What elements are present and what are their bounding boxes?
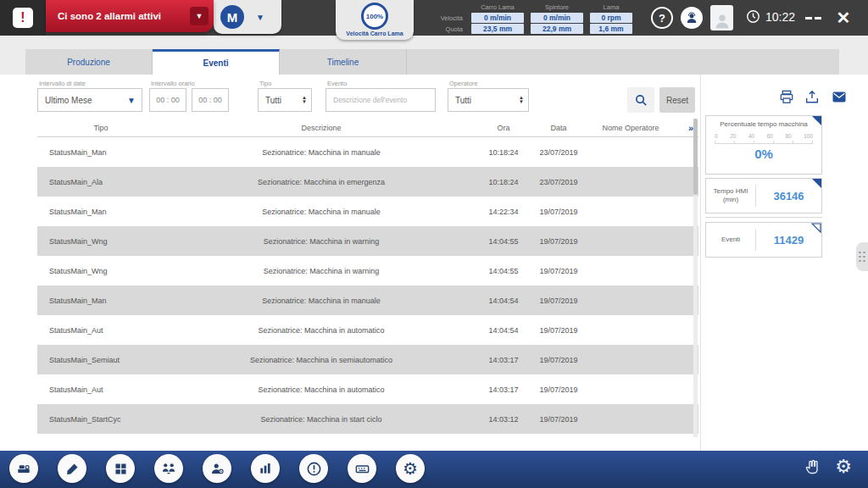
machine-icon (16, 461, 31, 476)
clock: 10:22 (746, 9, 795, 24)
cell-descrizione: Sezionatrice: Macchina in manuale (164, 208, 478, 216)
table-row[interactable]: StatusMain_Semiaut Sezionatrice: Macchin… (37, 345, 698, 374)
printer-icon (778, 89, 795, 105)
table-row[interactable]: StatusMain_StartCyc Sezionatrice: Macchi… (37, 404, 698, 434)
table-row[interactable]: StatusMain_Man Sezionatrice: Macchina in… (37, 197, 698, 226)
table-row[interactable]: StatusMain_Ala Sezionatrice: Macchina in… (37, 167, 698, 197)
events-count-card: Eventi 11429 (705, 222, 822, 258)
cell-tipo: StatusMain_Aut (37, 326, 164, 335)
scale-tick-label: 100 (804, 133, 813, 139)
cell-tipo: StatusMain_Aut (37, 385, 164, 394)
table-row[interactable]: StatusMain_Man Sezionatrice: Macchina in… (37, 137, 698, 167)
active-alarms-banner[interactable]: Ci sono 2 allarmi attivi ▼ (46, 0, 214, 32)
support-button[interactable] (681, 7, 703, 29)
close-button[interactable]: ✕ (831, 5, 856, 30)
touch-mode-button[interactable] (802, 456, 824, 478)
machine-panel-button[interactable] (348, 454, 376, 483)
col-header-data: Data (529, 124, 588, 132)
cell-ora: 14:22:34 (478, 208, 529, 216)
tab-zone: Produzione Eventi Timeline (0, 36, 868, 75)
time-from-input[interactable] (149, 88, 186, 112)
events-count-value: 11429 (756, 234, 821, 247)
cell-tipo: StatusMain_Ala (37, 178, 164, 186)
scale-tick-label: 40 (748, 133, 754, 139)
scale-tick-label: 0 (715, 133, 718, 139)
service-button[interactable]: ⚙ (396, 454, 425, 483)
table-row[interactable]: StatusMain_Aut Sezionatrice: Macchina in… (37, 374, 698, 404)
scrollbar-thumb[interactable] (693, 119, 698, 195)
panel-divider (700, 75, 701, 451)
evento-search-input[interactable] (326, 88, 436, 112)
metric-value: 1,6 mm (590, 24, 632, 34)
statistics-button-active[interactable] (251, 454, 280, 483)
settings-button[interactable]: ⚙ (832, 456, 854, 478)
users-transfer-button[interactable] (154, 454, 183, 483)
axis-metrics: Carro Lama Spintore Lama Velocità 0 m/mi… (424, 2, 636, 34)
speed-gauge-label: Velocità Carro Lama (336, 30, 414, 36)
machine-time-title: Percentuale tempo macchina (706, 120, 821, 128)
cell-tipo: StatusMain_Man (37, 208, 164, 216)
time-to-input[interactable] (192, 88, 229, 112)
metrics-col-header: Lama (587, 3, 636, 11)
logo-dropdown-button[interactable]: ▼ (256, 13, 264, 22)
stepper-arrows-icon: ▲▼ (519, 96, 524, 104)
cell-data: 19/07/2019 (529, 415, 588, 424)
alarms-button[interactable] (299, 454, 328, 483)
table-row[interactable]: StatusMain_Wng Sezionatrice: Macchina in… (37, 256, 698, 286)
email-button[interactable] (829, 89, 849, 105)
table-scrollbar[interactable] (693, 119, 698, 437)
date-range-select[interactable]: Ultimo Mese ▼ (37, 88, 142, 112)
stepper-arrows-icon: ▲▼ (302, 96, 307, 104)
cell-ora: 14:03:17 (478, 356, 529, 364)
programs-edit-button[interactable] (58, 454, 86, 483)
help-button[interactable]: ? (651, 7, 673, 29)
cell-data: 19/07/2019 (529, 267, 588, 275)
tipo-select[interactable]: Tutti ▲▼ (258, 88, 312, 112)
cell-descrizione: Sezionatrice: Macchina in manuale (164, 297, 478, 305)
operator-button[interactable] (203, 454, 231, 483)
pencil-icon (65, 462, 80, 476)
tab-eventi[interactable]: Eventi (153, 49, 280, 75)
cutting-patterns-button[interactable] (106, 454, 135, 483)
reset-button[interactable]: Reset (659, 87, 695, 113)
col-header-descrizione: Descrizione (164, 124, 478, 132)
print-button[interactable] (778, 89, 795, 105)
alarm-indicator[interactable]: ! (0, 0, 46, 36)
cell-tipo: StatusMain_Man (37, 297, 164, 305)
machine-nav-button[interactable] (9, 454, 38, 483)
operator-icon (209, 461, 225, 476)
tab-timeline[interactable]: Timeline (280, 49, 407, 75)
cell-ora: 10:18:24 (478, 148, 529, 157)
percent-gauge-track (715, 141, 813, 144)
cell-descrizione: Sezionatrice: Macchina in warning (164, 267, 478, 275)
table-row[interactable]: StatusMain_Wng Sezionatrice: Macchina in… (37, 226, 698, 256)
tab-produzione[interactable]: Produzione (25, 49, 153, 75)
tipo-filter-label: Tipo (259, 80, 271, 87)
minimize-button[interactable] (800, 5, 826, 30)
machine-time-card: Percentuale tempo macchina 0 20 40 60 80… (705, 115, 822, 175)
cell-data: 19/07/2019 (529, 208, 588, 216)
speed-gauge-plate: 100% Velocità Carro Lama (336, 0, 414, 40)
cell-descrizione: Sezionatrice: Macchina in semiautomatico (164, 356, 478, 364)
scale-tick-label: 80 (785, 133, 791, 139)
mail-icon (829, 89, 849, 105)
col-header-operatore: Nome Operatore (588, 124, 673, 132)
corner-fold-icon (812, 179, 821, 188)
side-drawer-handle[interactable] (856, 242, 868, 271)
alarm-exclamation-icon (306, 461, 322, 477)
search-button[interactable] (627, 87, 654, 113)
col-header-tipo: Tipo (37, 124, 164, 132)
operatore-select[interactable]: Tutti ▲▼ (448, 88, 529, 112)
date-range-value: Ultimo Mese (45, 96, 92, 105)
avatar[interactable] (710, 5, 733, 30)
cell-descrizione: Sezionatrice: Macchina in start ciclo (164, 415, 478, 424)
hmi-time-card: Tempo HMI (min) 36146 (705, 178, 822, 214)
metric-value: 0 m/min (531, 13, 583, 23)
users-arrows-icon (161, 461, 176, 476)
cell-ora: 14:04:55 (478, 267, 529, 275)
cell-tipo: StatusMain_Man (37, 148, 164, 157)
alarms-dropdown-button[interactable]: ▼ (190, 7, 209, 25)
table-row[interactable]: StatusMain_Man Sezionatrice: Macchina in… (37, 286, 698, 315)
table-row[interactable]: StatusMain_Aut Sezionatrice: Macchina in… (37, 315, 698, 345)
export-button[interactable] (804, 89, 821, 105)
